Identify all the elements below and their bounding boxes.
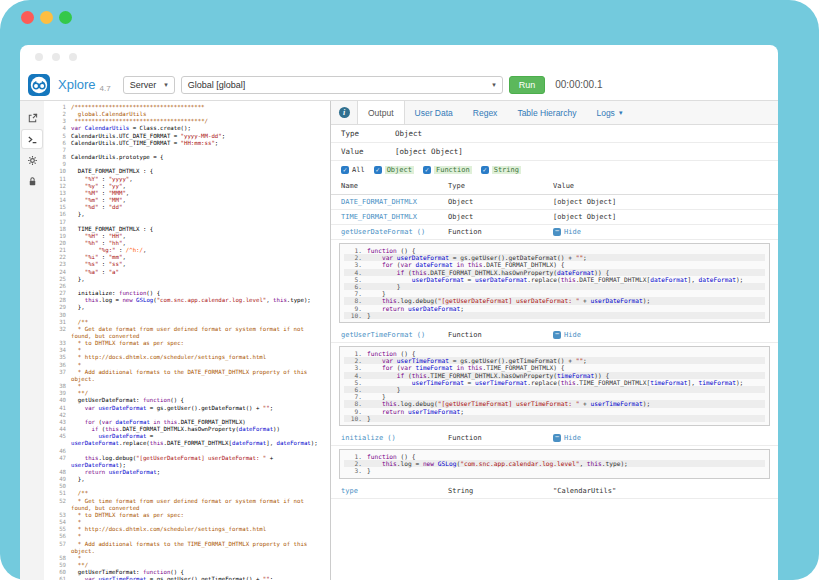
app-version: 4.7 (100, 84, 111, 93)
result-name-link[interactable]: getUserDateFormat () (341, 228, 448, 236)
chevron-down-icon: ▾ (164, 81, 168, 89)
code-line: 43 for (var dateFormat in this.DATE_FORM… (44, 419, 330, 426)
checkbox-checked-icon[interactable]: ✓ (341, 166, 349, 174)
info-tab[interactable]: i (331, 101, 357, 124)
checkbox-checked-icon[interactable]: ✓ (423, 166, 431, 174)
code-line: 50 (44, 483, 330, 490)
open-in-new-icon[interactable] (22, 109, 42, 127)
checkbox-checked-icon[interactable]: ✓ (374, 166, 382, 174)
close-traffic-dot (21, 11, 34, 24)
code-line: 36 * (44, 362, 330, 369)
tab-table-hierarchy[interactable]: Table Hierarchy (507, 101, 586, 124)
filter-object[interactable]: ✓Object (374, 166, 414, 174)
code-line: 6CalendarUtils.UTC_TIME_FORMAT = "HH:mm:… (44, 140, 330, 147)
code-line: 33 * to DHTMLX format as per spec: (44, 340, 330, 347)
code-line: 59 **/ (44, 562, 330, 569)
column-header-name: Name (341, 182, 448, 190)
result-row: getUserTimeFormat ()Function−Hide (331, 328, 778, 343)
gear-icon[interactable] (22, 151, 42, 169)
code-line: 19 "%H" : "HH", (44, 233, 330, 240)
column-header-value: Value (553, 182, 778, 190)
code-line: 21 "%g:" : /^h:/, (44, 247, 330, 254)
code-line: 26 (44, 283, 330, 290)
result-type: Function (448, 331, 553, 339)
tab-user-data[interactable]: User Data (405, 101, 463, 124)
terminal-icon[interactable] (22, 130, 42, 148)
filter-label: String (492, 166, 521, 174)
code-line: 30 (44, 312, 330, 319)
lock-icon[interactable] (22, 172, 42, 190)
tab-regex[interactable]: Regex (463, 101, 508, 124)
result-type: String (448, 487, 553, 495)
zoom-traffic-dot (59, 11, 72, 24)
hide-toggle-link[interactable]: −Hide (553, 228, 778, 236)
server-select[interactable]: Server ▾ (123, 76, 175, 94)
result-row: TIME_FORMAT_DHTMLXObject[object Object] (331, 210, 778, 225)
summary-row-type: TypeObject (331, 125, 778, 143)
minimize-traffic-dot (40, 11, 53, 24)
hide-toggle-link[interactable]: −Hide (553, 331, 778, 339)
filter-function[interactable]: ✓Function (423, 166, 472, 174)
result-name-link[interactable]: getUserTimeFormat () (341, 331, 448, 339)
result-value: [object Object] (553, 198, 778, 206)
code-line: 7 (44, 147, 330, 154)
code-line: 15 "%d" : "dd" (44, 204, 330, 211)
code-line: 8CalendarUtils.prototype = { (44, 154, 330, 161)
code-line: 16 }, (44, 211, 330, 218)
code-line: 32 * Get date format from user defined f… (44, 326, 330, 340)
code-line: 40 getUserDateFormat: function() { (44, 397, 330, 404)
result-row: getUserDateFormat ()Function−Hide (331, 225, 778, 240)
hide-toggle-link[interactable]: −Hide (553, 434, 778, 442)
result-type: Object (448, 213, 553, 221)
result-value: "CalendarUtils" (553, 487, 778, 495)
result-type: Object (448, 198, 553, 206)
result-name-link[interactable]: DATE_FORMAT_DHTMLX (341, 198, 448, 206)
filter-all[interactable]: ✓All (341, 166, 365, 174)
checkbox-checked-icon[interactable]: ✓ (481, 166, 489, 174)
decorative-frame: Xplore 4.7 Server ▾ Global [global] ▾ Ru… (0, 0, 819, 580)
result-row: initialize ()Function−Hide (331, 431, 778, 446)
app-title: Xplore (58, 77, 96, 92)
code-line: 22 "%i" : "mm", (44, 254, 330, 261)
tab-logs[interactable]: Logs▾ (586, 101, 632, 124)
result-row: typeString"CalendarUtils" (331, 484, 778, 499)
chevron-down-icon: ▾ (619, 109, 623, 117)
run-button[interactable]: Run (509, 76, 546, 94)
result-name-link[interactable]: type (341, 487, 448, 495)
code-line: 11 "%Y" : "yyyy", (44, 176, 330, 183)
column-header-type: Type (448, 182, 553, 190)
script-editor[interactable]: 1/**************************************… (44, 101, 331, 580)
code-line: 13 "%M" : "MMM", (44, 190, 330, 197)
code-line: 44 if (this.DATE_FORMAT_DHTMLX.hasOwnPro… (44, 426, 330, 433)
xplore-logo-icon (28, 74, 50, 96)
result-name-link[interactable]: TIME_FORMAT_DHTMLX (341, 213, 448, 221)
code-line: 9 (44, 161, 330, 168)
code-line: 61 var userTimeFormat = gs.getUser().get… (44, 576, 330, 580)
code-line: 46 (44, 448, 330, 455)
code-line: 34 * (44, 347, 330, 354)
code-line: 55 * http://docs.dhtmlx.com/scheduler/se… (44, 526, 330, 533)
filter-string[interactable]: ✓String (481, 166, 521, 174)
result-name-link[interactable]: initialize () (341, 434, 448, 442)
code-line: 28 this.log = new GSLog("com.snc.app.cal… (44, 297, 330, 304)
code-line: 12 "%y" : "yy", (44, 183, 330, 190)
code-line: 29 }, (44, 304, 330, 311)
code-line: 24 "%a" : "a" (44, 269, 330, 276)
code-line: 39 **/ (44, 390, 330, 397)
filter-label: All (352, 166, 365, 174)
code-line: 35 * http://docs.dhtmlx.com/scheduler/se… (44, 354, 330, 361)
code-line: 10 DATE_FORMAT_DHTMLX : { (44, 168, 330, 175)
tab-output[interactable]: Output (357, 101, 405, 124)
info-icon: i (339, 107, 350, 118)
chevron-down-icon: ▾ (492, 81, 496, 89)
code-line: 14 "%m" : "MM", (44, 197, 330, 204)
code-line: 2 global.CalendarUtils (44, 111, 330, 118)
type-filters: ✓All✓Object✓Function✓String (331, 161, 778, 178)
code-line: 3 **************************************… (44, 118, 330, 125)
code-line: 20 "%h" : "hh", (44, 240, 330, 247)
collapse-icon: − (553, 228, 561, 236)
code-line: 18 TIME_FORMAT_DHTMLX : { (44, 226, 330, 233)
summary-row-value: Value[object Object] (331, 143, 778, 161)
code-line: 4var CalendarUtils = Class.create(); (44, 125, 330, 132)
scope-select[interactable]: Global [global] ▾ (181, 76, 503, 94)
